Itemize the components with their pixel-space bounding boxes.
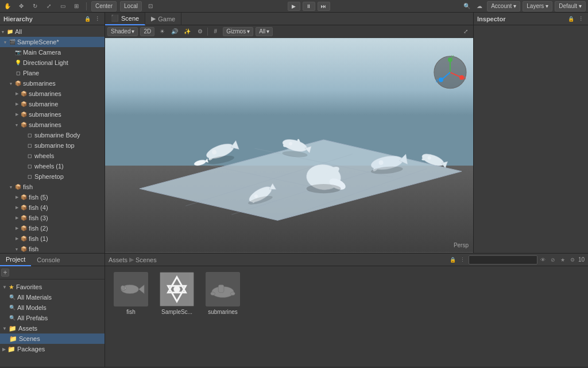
tree-item[interactable]: ▶📦fish (4) [0, 202, 105, 213]
step-button[interactable]: ⏭ [318, 2, 330, 11]
tree-item[interactable]: ▼📦fish [0, 182, 105, 192]
tree-arrow [20, 163, 25, 169]
maximize-icon[interactable]: ⤢ [461, 26, 471, 37]
hand-tool[interactable]: ✋ [2, 1, 13, 12]
local-button[interactable]: Local [120, 1, 142, 12]
tree-item[interactable]: ◻wheels [0, 151, 105, 161]
hierarchy-lock-icon[interactable]: 🔒 [83, 15, 91, 23]
breadcrumb-assets[interactable]: Assets [109, 256, 127, 263]
account-chevron: ▾ [513, 3, 516, 9]
shading-label: Shaded [111, 28, 130, 34]
viewport-wrapper: ⬛ Scene ▶ Game Shaded ▾ 2D ☀ 🔊 ✨ ⚙ # [105, 13, 473, 253]
scene-settings-icon[interactable]: ⚙ [195, 26, 205, 37]
project-tab[interactable]: Project [0, 254, 31, 266]
scene-tab[interactable]: ⬛ Scene [105, 13, 145, 25]
2d-button[interactable]: 2D [140, 27, 154, 36]
layers-button[interactable]: Layers ▾ [523, 1, 552, 12]
all-button[interactable]: All ▾ [256, 27, 273, 36]
breadcrumb-scenes[interactable]: Scenes [136, 256, 157, 263]
tree-item[interactable]: ▶📦submarine [0, 99, 105, 109]
assets-menu-icon[interactable]: ⋮ [459, 256, 467, 264]
layout-button[interactable]: Default ▾ [555, 1, 586, 12]
tree-item[interactable]: ▶📦submarines [0, 109, 105, 120]
tree-item[interactable]: ◻Plane [0, 68, 105, 78]
search-icon[interactable]: 🔍 [462, 1, 472, 12]
tree-item[interactable]: ◻submarine top [0, 140, 105, 151]
hierarchy-header: Hierarchy 🔒 ⋮ [0, 13, 105, 25]
collab-icon[interactable]: ☁ [474, 1, 485, 12]
move-tool[interactable]: ✥ [16, 1, 26, 12]
assets-settings-icon[interactable]: ⚙ [568, 256, 577, 264]
folder-tree: ▼ ★ Favorites 🔍 All Materials 🔍 All Mode… [0, 279, 105, 356]
transform-tool[interactable]: ⊞ [71, 1, 82, 12]
inspector-lock-icon[interactable]: 🔒 [567, 15, 575, 23]
console-tab[interactable]: Console [31, 254, 65, 266]
tree-item[interactable]: ▶📦fish (2) [0, 223, 105, 233]
local-label: Local [124, 3, 138, 9]
tree-item[interactable]: 📷Main Camera [0, 47, 105, 57]
tree-item[interactable]: ▼🎬SampleScene* [0, 37, 105, 47]
tree-arrow: ▼ [8, 184, 14, 190]
tree-item[interactable]: ◻submarine Body [0, 130, 105, 140]
tree-arrow [20, 153, 25, 159]
tree-arrow: ▶ [14, 215, 20, 221]
shading-button[interactable]: Shaded ▾ [107, 27, 138, 36]
tree-node-icon: ◻ [25, 141, 33, 150]
scenes-folder-item[interactable]: 📁 Scenes [0, 334, 105, 344]
center-button[interactable]: Center [91, 1, 117, 12]
play-button[interactable]: ▶ [288, 2, 300, 11]
submarines-asset[interactable]: submarines [203, 272, 243, 315]
tree-item[interactable]: ▶📦fish (3) [0, 213, 105, 223]
console-tab-label: Console [37, 256, 60, 263]
rotate-tool[interactable]: ↻ [30, 1, 40, 12]
viewport[interactable]: Y X Z Persp [105, 38, 473, 253]
hierarchy-menu-icon[interactable]: ⋮ [93, 15, 101, 23]
add-button[interactable]: + [1, 269, 9, 277]
scale-tool[interactable]: ⤢ [44, 1, 54, 12]
effects-icon[interactable]: ✨ [182, 26, 192, 37]
tree-item[interactable]: ▼📦submarines [0, 120, 105, 130]
game-tab[interactable]: ▶ Game [145, 13, 181, 25]
tree-item[interactable]: ▶📦fish (1) [0, 233, 105, 244]
search-input[interactable] [469, 255, 537, 264]
gizmos-button[interactable]: Gizmos ▾ [223, 27, 253, 36]
tree-item[interactable]: ▶📦submarines [0, 89, 105, 99]
layout-chevron: ▾ [579, 3, 582, 9]
tree-item[interactable]: ◻Spheretop [0, 171, 105, 182]
all-materials-item[interactable]: 🔍 All Materials [0, 292, 105, 302]
tree-arrow: ▶ [14, 194, 20, 200]
assets-group[interactable]: ▼ 📁 Assets [0, 323, 105, 334]
packages-group[interactable]: ▶ 📁 Packages [0, 344, 105, 354]
star-filter-icon[interactable]: ★ [559, 256, 567, 264]
filter-icon[interactable]: ⊘ [549, 256, 557, 264]
snap-icon[interactable]: ⊡ [145, 1, 156, 12]
grid-icon[interactable]: # [210, 26, 220, 37]
tree-item[interactable]: ▼📦submarines [0, 78, 105, 89]
assets-panel: Assets ▶ Scenes 🔒 ⋮ 👁 ⊘ ★ ⚙ 10 [105, 254, 588, 367]
layers-chevron: ▾ [546, 3, 548, 9]
audio-icon[interactable]: 🔊 [169, 26, 180, 37]
lighting-icon[interactable]: ☀ [157, 26, 167, 37]
fish-asset[interactable]: fish [111, 272, 151, 315]
all-models-item[interactable]: 🔍 All Models [0, 302, 105, 313]
favorites-group[interactable]: ▼ ★ Favorites [0, 282, 105, 292]
hierarchy-tree[interactable]: ▼📁All▼🎬SampleScene*📷Main Camera💡Directio… [0, 25, 105, 253]
eye-icon[interactable]: 👁 [539, 256, 547, 264]
all-prefabs-item[interactable]: 🔍 All Prefabs [0, 313, 105, 323]
lock-icon[interactable]: 🔒 [449, 256, 457, 264]
search-icon-3: 🔍 [9, 315, 16, 321]
project-tabs: Project Console [0, 254, 105, 266]
account-button[interactable]: Account ▾ [487, 1, 520, 12]
tree-item[interactable]: 💡Directional Light [0, 57, 105, 68]
tree-node-label: submarine [29, 101, 58, 108]
samplescene-thumb [160, 272, 194, 306]
tree-item[interactable]: ▼📁All [0, 26, 105, 37]
pause-button[interactable]: ⏸ [303, 2, 315, 11]
inspector-menu-icon[interactable]: ⋮ [577, 15, 585, 23]
rect-tool[interactable]: ▭ [57, 1, 68, 12]
favorites-arrow: ▼ [2, 285, 7, 290]
tree-item[interactable]: ◻wheels (1) [0, 161, 105, 171]
tree-item[interactable]: ▼📦fish [0, 244, 105, 253]
tree-item[interactable]: ▶📦fish (5) [0, 192, 105, 202]
samplescene-asset[interactable]: SampleSc... [157, 272, 197, 315]
